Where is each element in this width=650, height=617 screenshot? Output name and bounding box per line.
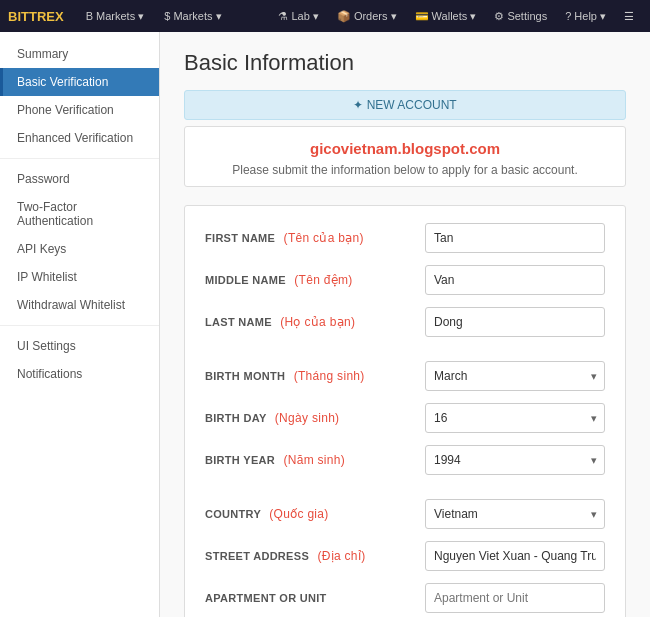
sidebar-item-enhanced-verification[interactable]: Enhanced Verification	[0, 124, 159, 152]
form-row-apartment: APARTMENT OR UNIT	[205, 582, 605, 614]
new-account-banner[interactable]: ✦ NEW ACCOUNT	[184, 90, 626, 120]
select-wrapper-birth-month: JanuaryFebruaryMarch AprilMayJune JulyAu…	[425, 361, 605, 391]
nav-wallets[interactable]: 💳 Wallets ▾	[407, 10, 485, 23]
form-section: FIRST NAME (Tên của bạn) MIDDLE NAME (Tê…	[184, 205, 626, 617]
sidebar-item-withdrawal-whitelist[interactable]: Withdrawal Whitelist	[0, 291, 159, 319]
sidebar-divider-2	[0, 325, 159, 326]
nav-orders[interactable]: 📦 Orders ▾	[329, 10, 405, 23]
nav-help[interactable]: ? Help ▾	[557, 10, 614, 23]
select-wrapper-country: VietnamUnited StatesUnited KingdomOther	[425, 499, 605, 529]
select-birth-month[interactable]: JanuaryFebruaryMarch AprilMayJune JulyAu…	[425, 361, 605, 391]
sidebar: Summary Basic Verification Phone Verific…	[0, 32, 160, 617]
input-apartment[interactable]	[425, 583, 605, 613]
label-last-name: LAST NAME (Họ của bạn)	[205, 315, 425, 329]
hint-country: (Quốc gia)	[269, 507, 328, 521]
form-row-country: COUNTRY (Quốc gia) VietnamUnited StatesU…	[205, 498, 605, 530]
sidebar-item-ui-settings[interactable]: UI Settings	[0, 332, 159, 360]
info-box: gicovietnam.blogspot.com Please submit t…	[184, 126, 626, 187]
label-birth-month: BIRTH MONTH (Tháng sinh)	[205, 369, 425, 383]
form-row-birth-year: BIRTH YEAR (Năm sinh) 1990199119921993 1…	[205, 444, 605, 476]
hint-last-name: (Họ của bạn)	[280, 315, 355, 329]
spacer-2	[205, 486, 605, 498]
hint-middle-name: (Tên đệm)	[294, 273, 352, 287]
watermark: gicovietnam.blogspot.com	[199, 140, 611, 157]
label-middle-name: MIDDLE NAME (Tên đệm)	[205, 273, 425, 287]
sidebar-item-basic-verification[interactable]: Basic Verification	[0, 68, 159, 96]
sidebar-item-phone-verification[interactable]: Phone Verification	[0, 96, 159, 124]
nav-right: ⚗ Lab ▾ 📦 Orders ▾ 💳 Wallets ▾ ⚙ Setting…	[270, 10, 642, 23]
input-last-name[interactable]	[425, 307, 605, 337]
sidebar-item-api-keys[interactable]: API Keys	[0, 235, 159, 263]
sidebar-item-password[interactable]: Password	[0, 165, 159, 193]
nav-extra[interactable]: ☰	[616, 10, 642, 23]
input-first-name[interactable]	[425, 223, 605, 253]
input-street-address[interactable]	[425, 541, 605, 571]
label-first-name: FIRST NAME (Tên của bạn)	[205, 231, 425, 245]
label-birth-day: BIRTH DAY (Ngày sinh)	[205, 411, 425, 425]
select-country[interactable]: VietnamUnited StatesUnited KingdomOther	[425, 499, 605, 529]
input-middle-name[interactable]	[425, 265, 605, 295]
hint-birth-year: (Năm sinh)	[283, 453, 345, 467]
brand-logo: BITTREX	[8, 9, 64, 24]
hint-birth-month: (Tháng sinh)	[294, 369, 365, 383]
topnav: BITTREX B Markets ▾ $ Markets ▾ ⚗ Lab ▾ …	[0, 0, 650, 32]
hint-birth-day: (Ngày sinh)	[275, 411, 340, 425]
label-birth-year: BIRTH YEAR (Năm sinh)	[205, 453, 425, 467]
hint-street-address: (Địa chỉ)	[317, 549, 365, 563]
layout: Summary Basic Verification Phone Verific…	[0, 32, 650, 617]
sidebar-item-ip-whitelist[interactable]: IP Whitelist	[0, 263, 159, 291]
spacer-1	[205, 348, 605, 360]
nav-settings[interactable]: ⚙ Settings	[486, 10, 555, 23]
form-row-middle-name: MIDDLE NAME (Tên đệm)	[205, 264, 605, 296]
hint-first-name: (Tên của bạn)	[284, 231, 364, 245]
form-row-birth-day: BIRTH DAY (Ngày sinh) 12345 678910 11121…	[205, 402, 605, 434]
sidebar-divider-1	[0, 158, 159, 159]
form-row-street-address: STREET ADDRESS (Địa chỉ)	[205, 540, 605, 572]
sidebar-item-summary[interactable]: Summary	[0, 40, 159, 68]
main-content: Basic Information ✦ NEW ACCOUNT gicoviet…	[160, 32, 650, 617]
label-street-address: STREET ADDRESS (Địa chỉ)	[205, 549, 425, 563]
form-row-birth-month: BIRTH MONTH (Tháng sinh) JanuaryFebruary…	[205, 360, 605, 392]
select-birth-day[interactable]: 12345 678910 1112131415 1617181920 21222…	[425, 403, 605, 433]
select-wrapper-birth-day: 12345 678910 1112131415 1617181920 21222…	[425, 403, 605, 433]
nav-markets-b[interactable]: B Markets ▾	[78, 10, 153, 23]
form-row-first-name: FIRST NAME (Tên của bạn)	[205, 222, 605, 254]
sidebar-item-notifications[interactable]: Notifications	[0, 360, 159, 388]
page-title: Basic Information	[184, 50, 626, 76]
sidebar-item-2fa[interactable]: Two-Factor Authentication	[0, 193, 159, 235]
info-text: Please submit the information below to a…	[199, 163, 611, 177]
select-birth-year[interactable]: 1990199119921993 199419951996	[425, 445, 605, 475]
form-row-last-name: LAST NAME (Họ của bạn)	[205, 306, 605, 338]
select-wrapper-birth-year: 1990199119921993 199419951996	[425, 445, 605, 475]
label-country: COUNTRY (Quốc gia)	[205, 507, 425, 521]
label-apartment: APARTMENT OR UNIT	[205, 592, 425, 604]
nav-lab[interactable]: ⚗ Lab ▾	[270, 10, 326, 23]
new-account-label: ✦ NEW ACCOUNT	[353, 98, 456, 112]
nav-markets-dollar[interactable]: $ Markets ▾	[156, 10, 229, 23]
